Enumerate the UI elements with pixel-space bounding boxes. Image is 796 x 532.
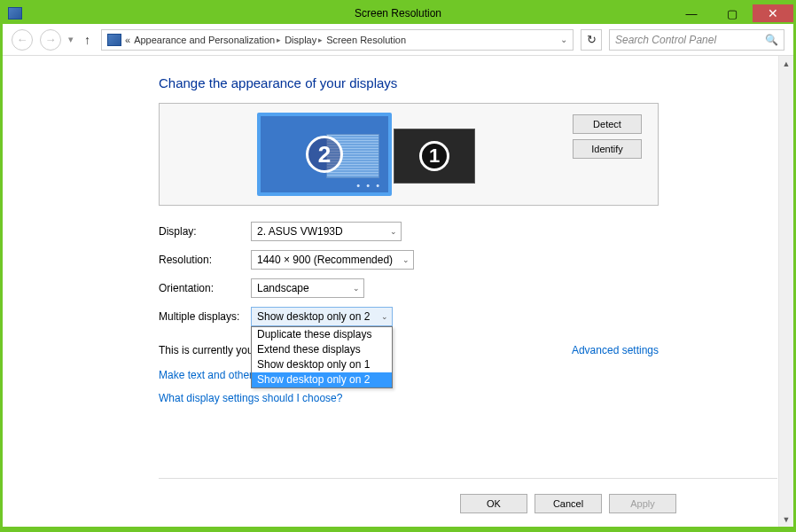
monitor-dots-icon: • • • xyxy=(356,180,381,191)
advanced-settings-link[interactable]: Advanced settings xyxy=(572,344,659,356)
scroll-track[interactable] xyxy=(779,71,793,512)
search-input[interactable]: Search Control Panel 🔍 xyxy=(609,29,784,51)
window-controls: — ▢ ✕ xyxy=(671,4,793,22)
multiple-displays-label: Multiple displays: xyxy=(159,310,251,323)
scroll-down-icon[interactable]: ▼ xyxy=(779,512,793,527)
cancel-button[interactable]: Cancel xyxy=(535,494,602,513)
monitor-2-label: 2 xyxy=(306,136,343,173)
scroll-up-icon[interactable]: ▲ xyxy=(779,56,793,71)
monitor-2[interactable]: 2 • • • xyxy=(257,113,392,196)
main-panel: Change the appearance of your displays 2… xyxy=(3,56,793,527)
chevron-down-icon: ⌄ xyxy=(381,312,388,321)
monitor-1[interactable]: 1 xyxy=(394,129,475,184)
window-frame: Screen Resolution — ▢ ✕ ← → ▾ ↑ « Appear… xyxy=(0,0,796,529)
forward-button[interactable]: → xyxy=(40,29,61,51)
breadcrumb-screen-resolution[interactable]: Screen Resolution xyxy=(326,35,406,45)
titlebar[interactable]: Screen Resolution — ▢ ✕ xyxy=(3,3,793,24)
nav-history-dropdown-icon[interactable]: ▾ xyxy=(68,34,74,45)
divider xyxy=(159,478,777,479)
back-button[interactable]: ← xyxy=(12,29,33,51)
navbar: ← → ▾ ↑ « Appearance and Personalization… xyxy=(3,24,793,56)
footer-buttons: OK Cancel Apply xyxy=(460,494,676,513)
address-dropdown-icon[interactable]: ⌄ xyxy=(560,35,567,44)
breadcrumb-display[interactable]: Display▸ xyxy=(285,35,323,45)
search-icon: 🔍 xyxy=(765,34,778,46)
chevron-down-icon: ⌄ xyxy=(390,227,397,236)
address-bar[interactable]: « Appearance and Personalization▸ Displa… xyxy=(101,29,574,51)
search-placeholder: Search Control Panel xyxy=(615,34,716,46)
refresh-button[interactable]: ↻ xyxy=(581,29,602,51)
minimize-button[interactable]: — xyxy=(671,4,712,22)
help-link[interactable]: What display settings should I choose? xyxy=(159,392,793,404)
multiple-displays-dropdown: Duplicate these displays Extend these di… xyxy=(251,326,393,388)
apply-button[interactable]: Apply xyxy=(609,494,676,513)
display-select[interactable]: 2. ASUS VW193D⌄ xyxy=(251,222,402,241)
option-only-2[interactable]: Show desktop only on 2 xyxy=(252,372,392,387)
option-extend[interactable]: Extend these displays xyxy=(252,342,392,357)
window-title: Screen Resolution xyxy=(355,7,441,20)
orientation-label: Orientation: xyxy=(159,282,251,294)
chevron-down-icon: ⌄ xyxy=(353,284,360,293)
app-icon xyxy=(8,7,22,20)
content-area: ← → ▾ ↑ « Appearance and Personalization… xyxy=(3,24,793,527)
page-heading: Change the appearance of your displays xyxy=(159,75,793,90)
breadcrumb-appearance[interactable]: Appearance and Personalization▸ xyxy=(134,35,281,45)
up-button[interactable]: ↑ xyxy=(81,33,94,47)
option-duplicate[interactable]: Duplicate these displays xyxy=(252,327,392,342)
orientation-select[interactable]: Landscape⌄ xyxy=(251,278,364,298)
close-button[interactable]: ✕ xyxy=(753,4,793,22)
option-only-1[interactable]: Show desktop only on 1 xyxy=(252,357,392,372)
resolution-label: Resolution: xyxy=(159,254,251,266)
scrollbar[interactable]: ▲ ▼ xyxy=(778,56,793,527)
maximize-button[interactable]: ▢ xyxy=(712,4,753,22)
monitor-1-label: 1 xyxy=(419,141,449,171)
settings-form: Display: 2. ASUS VW193D⌄ Resolution: 144… xyxy=(159,222,793,404)
resolution-select[interactable]: 1440 × 900 (Recommended)⌄ xyxy=(251,250,414,270)
display-preview: 2 • • • 1 Detect Identify xyxy=(159,103,659,206)
display-label: Display: xyxy=(159,225,251,238)
ok-button[interactable]: OK xyxy=(460,494,527,513)
chevron-down-icon: ⌄ xyxy=(402,255,410,264)
breadcrumb-prefix: « xyxy=(125,35,130,45)
detect-button[interactable]: Detect xyxy=(573,114,642,134)
multiple-displays-select[interactable]: Show desktop only on 2⌄ xyxy=(251,307,393,326)
control-panel-icon xyxy=(107,34,121,46)
main-display-note: This is currently you xyxy=(159,344,254,356)
identify-button[interactable]: Identify xyxy=(573,139,642,159)
